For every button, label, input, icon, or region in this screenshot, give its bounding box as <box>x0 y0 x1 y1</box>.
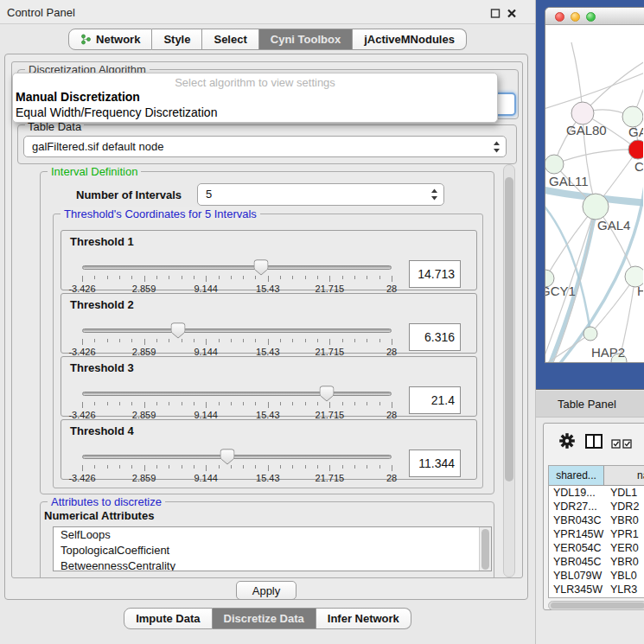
network-edge[interactable] <box>583 61 643 113</box>
slider-tick <box>219 339 220 342</box>
slider-tick <box>82 402 83 408</box>
attribute-item-selfloops[interactable]: SelfLoops <box>54 527 491 543</box>
network-canvas[interactable]: GAL80GACGAL11GAL4GCY1HHAP2 <box>545 25 643 362</box>
table-row[interactable]: YIL052CYIL0 <box>549 596 644 598</box>
attribute-item-betweennesscentrality[interactable]: BetweennessCentrality <box>54 558 491 571</box>
column-header-1[interactable]: shared... <box>549 466 604 485</box>
tab-label: Cyni Toolbox <box>271 33 341 46</box>
table-row[interactable]: YBL079WYBL0 <box>549 569 644 583</box>
panel-scrollbar[interactable] <box>503 164 515 577</box>
table-row[interactable]: YDL19...YDL1 <box>549 486 644 500</box>
traffic-light-zoom-icon[interactable] <box>586 12 596 22</box>
tab-infer-network[interactable]: Infer Network <box>316 608 411 629</box>
checkbox-icon[interactable] <box>622 437 632 452</box>
table-row[interactable]: YER054CYER0 <box>549 541 644 555</box>
slider-track[interactable] <box>82 392 392 396</box>
threshold-1-value-field[interactable]: 14.713 <box>409 260 461 288</box>
algorithm-option-manual-discretization[interactable]: Manual Discretization <box>13 89 497 105</box>
threshold-3-slider-thumb[interactable] <box>319 386 334 405</box>
table-row[interactable]: YBR043CYBR0 <box>549 513 644 527</box>
threshold-2-value-field[interactable]: 6.316 <box>409 323 461 351</box>
attributes-list-scrollbar[interactable] <box>479 527 491 571</box>
traffic-light-close-icon[interactable] <box>555 12 564 22</box>
tab-impute-data[interactable]: Impute Data <box>124 608 212 629</box>
slider-tick <box>169 402 169 405</box>
table-panel-body: shared...na YDL19...YDL1YDR27...YDR2YBR0… <box>536 418 644 644</box>
network-node[interactable] <box>628 140 643 159</box>
threshold-2-slider-thumb[interactable] <box>170 322 185 342</box>
split-view-icon[interactable] <box>585 434 603 452</box>
table-row[interactable]: YPR145WYPR1 <box>549 527 644 541</box>
slider-tick <box>268 402 269 408</box>
slider-tick-label: 28 <box>386 473 397 483</box>
slider-track[interactable] <box>82 328 392 333</box>
slider-tick <box>156 465 157 469</box>
slider-tick <box>392 402 392 408</box>
close-icon[interactable] <box>506 7 518 18</box>
traffic-light-minimize-icon[interactable] <box>571 12 580 22</box>
tab-discretize-data[interactable]: Discretize Data <box>213 608 316 629</box>
network-node[interactable] <box>571 102 594 124</box>
table-row[interactable]: YBR045CYBR0 <box>549 555 644 569</box>
table-hscrollbar-thumb[interactable] <box>551 603 644 609</box>
number-of-intervals-label: Number of Intervals <box>76 188 182 201</box>
slider-tick <box>82 465 83 471</box>
network-view-window: GAL80GACGAL11GAL4GCY1HHAP2 <box>545 7 644 363</box>
tab-select[interactable]: Select <box>202 29 258 50</box>
network-edge[interactable] <box>554 150 638 164</box>
threshold-4-box: Threshold 4-3.4262.8599.14415.4321.71528… <box>61 419 477 480</box>
threshold-4-value-field[interactable]: 11.344 <box>409 450 461 477</box>
network-edge[interactable] <box>545 73 643 110</box>
table-row[interactable]: YDR27...YDR2 <box>549 500 644 513</box>
slider-tick <box>107 276 108 279</box>
slider-tick <box>243 276 244 279</box>
column-header-2[interactable]: na <box>604 466 644 485</box>
threshold-3-value-field[interactable]: 21.4 <box>409 386 461 414</box>
gear-icon[interactable] <box>559 433 575 452</box>
apply-button[interactable]: Apply <box>236 581 296 600</box>
network-node[interactable] <box>545 155 564 174</box>
slider-tick <box>144 339 145 345</box>
tab-network[interactable]: Network <box>68 29 152 50</box>
table-data-combo[interactable]: galFiltered.sif default node <box>23 136 507 157</box>
network-node[interactable] <box>583 327 597 341</box>
attribute-item-topologicalcoefficient[interactable]: TopologicalCoefficient <box>54 543 491 558</box>
threshold-1-label: Threshold 1 <box>70 235 134 248</box>
slider-tick <box>329 276 330 282</box>
checkbox-icon[interactable] <box>611 437 621 452</box>
network-window-titlebar[interactable] <box>545 8 644 25</box>
slider-tick <box>169 465 169 469</box>
slider-tick <box>243 402 244 405</box>
float-window-icon[interactable] <box>489 7 501 18</box>
algorithm-option-equal-width-frequency-discretization[interactable]: Equal Width/Frequency Discretization <box>13 105 497 120</box>
slider-tick <box>182 465 182 469</box>
slider-tick <box>169 276 169 279</box>
threshold-4-label: Threshold 4 <box>70 424 134 437</box>
tab-cyni-toolbox[interactable]: Cyni Toolbox <box>259 29 353 50</box>
node-table: shared...na YDL19...YDL1YDR27...YDR2YBR0… <box>548 465 644 598</box>
thresholds-group-title: Threshold's Coordinates for 5 Intervals <box>61 207 260 220</box>
thresholds-group: Threshold's Coordinates for 5 Intervals … <box>53 214 483 488</box>
table-row[interactable]: YLR345WYLR3 <box>549 583 644 596</box>
number-of-intervals-combo[interactable]: 5 <box>197 183 444 206</box>
network-node[interactable] <box>583 194 609 220</box>
slider-tick <box>119 339 120 342</box>
slider-tick <box>156 402 157 405</box>
slider-track[interactable] <box>82 455 392 459</box>
slider-tick <box>206 465 207 471</box>
panel-scrollbar-thumb[interactable] <box>505 177 513 481</box>
attributes-group-title: Attributes to discretize <box>48 495 165 508</box>
slider-tick <box>379 339 380 342</box>
tab-jactivemnodules[interactable]: jActiveMNodules <box>353 29 467 50</box>
table-cell: YER0 <box>604 541 644 555</box>
slider-tick <box>292 402 293 405</box>
slider-tick <box>354 402 355 405</box>
threshold-4-slider-thumb[interactable] <box>220 449 235 469</box>
table-horizontal-scrollbar[interactable] <box>548 601 644 610</box>
slider-tick <box>268 339 269 345</box>
threshold-1-slider-thumb[interactable] <box>253 259 268 279</box>
threshold-3-box: Threshold 3-3.4262.8599.14415.4321.71528… <box>61 356 477 417</box>
tab-style[interactable]: Style <box>152 29 202 50</box>
node-label: GAL80 <box>566 123 607 137</box>
slider-track[interactable] <box>82 265 392 270</box>
